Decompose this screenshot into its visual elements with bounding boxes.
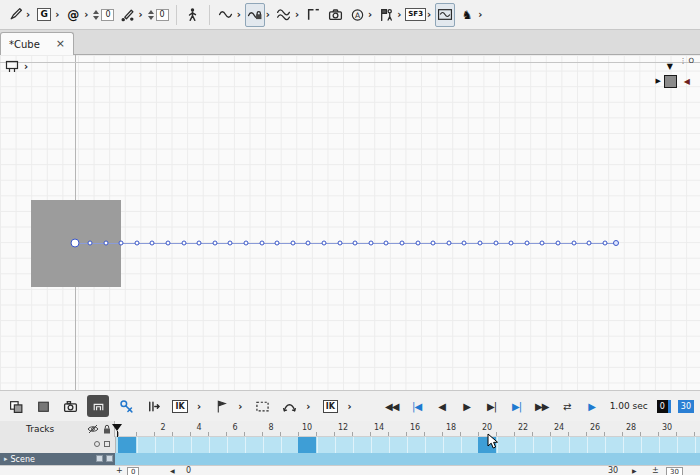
ik-dropdown[interactable]: ›: [197, 401, 201, 412]
scene-expander-icon[interactable]: ▸: [4, 455, 8, 463]
group-tool-button[interactable]: G: [34, 3, 54, 27]
loop-button[interactable]: ⇄: [558, 401, 576, 412]
scene-track-strip[interactable]: [115, 453, 700, 465]
ik2-dropdown[interactable]: ›: [347, 401, 351, 412]
end-frame-box[interactable]: 30: [678, 400, 694, 413]
path-waypoint[interactable]: [353, 241, 358, 246]
corner-frame-tool-button[interactable]: [303, 3, 323, 27]
select-range-button[interactable]: [252, 395, 272, 417]
tab-close-button[interactable]: ×: [56, 39, 65, 49]
eye-slash-icon[interactable]: [87, 423, 99, 435]
path-waypoint[interactable]: [150, 241, 155, 246]
curve-tool-dropdown[interactable]: ›: [237, 9, 241, 20]
horizontal-guide[interactable]: [0, 62, 700, 63]
add-frames-button[interactable]: +: [116, 466, 123, 475]
path-waypoint[interactable]: [400, 241, 405, 246]
cells-band[interactable]: [0, 437, 700, 453]
selected-frame-cell[interactable]: [298, 437, 316, 453]
end-frame-input[interactable]: 30: [666, 467, 683, 475]
path-waypoint[interactable]: [306, 241, 311, 246]
path-waypoint[interactable]: [103, 241, 108, 246]
view-flag-dropdown[interactable]: ›: [24, 61, 28, 72]
zoom-range-button[interactable]: ±: [652, 466, 659, 475]
scene-label-area[interactable]: ▸ Scene: [0, 453, 115, 465]
ink-tool-button[interactable]: [117, 3, 137, 27]
walk-tool-button[interactable]: [183, 3, 203, 27]
path-waypoint[interactable]: [212, 241, 217, 246]
anchor-tool-dropdown[interactable]: ›: [368, 9, 372, 20]
pose-tool-dropdown[interactable]: ›: [397, 9, 401, 20]
path-waypoint[interactable]: [88, 241, 93, 246]
canvas[interactable]: › ⋮O ▼ ▶ ◀: [0, 55, 700, 390]
path-waypoint[interactable]: [462, 241, 467, 246]
path-waypoint[interactable]: [478, 241, 483, 246]
stepper-arrows-icon[interactable]: [93, 10, 99, 20]
ik2-button[interactable]: IK: [320, 395, 340, 417]
scroll-right-button[interactable]: ▶: [632, 466, 637, 475]
value-stepper-2[interactable]: 0: [148, 9, 169, 21]
arc-interpolation-dropdown[interactable]: ›: [306, 401, 310, 412]
path-waypoint[interactable]: [134, 241, 139, 246]
path-waypoint[interactable]: [275, 241, 280, 246]
selected-frame-cell[interactable]: [118, 437, 136, 453]
camera-capture-button[interactable]: [60, 395, 80, 417]
camera-tool-button[interactable]: [325, 3, 345, 27]
motion-button[interactable]: [143, 395, 163, 417]
path-waypoint[interactable]: [259, 241, 264, 246]
previous-frame-button[interactable]: ◀: [433, 401, 451, 412]
stepper-2-value[interactable]: 0: [156, 9, 169, 21]
play-button[interactable]: ▶: [458, 401, 476, 412]
path-waypoint[interactable]: [166, 241, 171, 246]
pen-tool-button[interactable]: [5, 3, 25, 27]
arc-interpolation-button[interactable]: [279, 395, 299, 417]
path-waypoint[interactable]: [415, 241, 420, 246]
path-waypoint[interactable]: [244, 241, 249, 246]
wave-box-tool-button[interactable]: [435, 3, 455, 27]
curve-tool-button[interactable]: [216, 3, 236, 27]
sf3-tool-dropdown[interactable]: ›: [427, 9, 431, 20]
animal-tool-button[interactable]: ♞: [457, 3, 477, 27]
scene-track-row[interactable]: ▸ Scene: [0, 453, 700, 465]
path-waypoint[interactable]: [384, 241, 389, 246]
start-frame-input[interactable]: 0: [127, 467, 139, 475]
tab-cube[interactable]: *Cube ×: [0, 32, 74, 55]
ik-button[interactable]: IK: [170, 395, 190, 417]
cells-area[interactable]: [115, 437, 700, 453]
scroll-left-button[interactable]: ◀: [170, 466, 175, 475]
pen-tool-dropdown[interactable]: ›: [26, 9, 30, 20]
path-waypoint[interactable]: [602, 241, 607, 246]
transform-gizmo[interactable]: [664, 75, 677, 88]
path-waypoint[interactable]: [493, 241, 498, 246]
path-waypoint[interactable]: [119, 241, 124, 246]
path-waypoint[interactable]: [337, 241, 342, 246]
path-waypoint[interactable]: [197, 241, 202, 246]
gizmo-down-arrow-icon[interactable]: ▼: [667, 62, 673, 71]
path-waypoint[interactable]: [322, 241, 327, 246]
track-lock-icon[interactable]: [104, 441, 110, 447]
gizmo-menu-icon[interactable]: ⋮O: [679, 57, 696, 65]
path-waypoint[interactable]: [446, 241, 451, 246]
path-waypoint[interactable]: [524, 241, 529, 246]
current-frame-box[interactable]: 0: [657, 400, 671, 413]
anchor-tool-button[interactable]: A: [347, 3, 367, 27]
layers-button[interactable]: [6, 395, 26, 417]
stepper-arrows-icon[interactable]: [148, 10, 154, 20]
path-waypoint[interactable]: [368, 241, 373, 246]
frame-button[interactable]: [33, 395, 53, 417]
pose-tool-button[interactable]: [376, 3, 396, 27]
animal-tool-dropdown[interactable]: ›: [478, 9, 482, 20]
timeline-ruler[interactable]: Tracks 24681012141618202224262830: [0, 421, 700, 437]
path-waypoint[interactable]: [587, 241, 592, 246]
spiral-tool-dropdown[interactable]: ›: [84, 9, 88, 20]
path-waypoint[interactable]: [431, 241, 436, 246]
sf3-tool-button[interactable]: SF3: [405, 3, 426, 27]
flag-marker-dropdown[interactable]: ›: [238, 401, 242, 412]
skip-to-end-button[interactable]: ▶|: [508, 401, 526, 412]
spiral-tool-button[interactable]: @: [63, 3, 83, 27]
gizmo-left-arrow-icon[interactable]: ▶: [656, 77, 661, 85]
fast-forward-button[interactable]: ▶▶: [533, 401, 551, 412]
scene-toggle-2[interactable]: [106, 455, 113, 462]
group-tool-dropdown[interactable]: ›: [55, 9, 59, 20]
path-waypoint[interactable]: [228, 241, 233, 246]
path-waypoint[interactable]: [613, 240, 619, 246]
